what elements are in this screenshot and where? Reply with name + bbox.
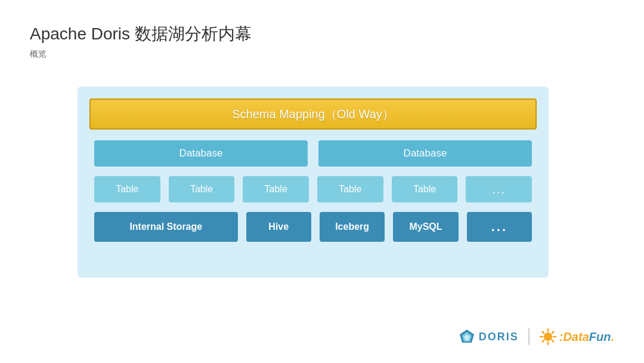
tables-row: Table Table Table Table Table ... — [89, 176, 537, 202]
doris-logo: DORIS — [459, 328, 519, 345]
database-left: Database — [94, 140, 308, 167]
databases-row: Database Database — [89, 140, 537, 167]
doris-icon — [459, 328, 475, 345]
schema-mapping-label: Schema Mapping（Old Way） — [232, 106, 394, 122]
datafun-text: :DataFun. — [559, 330, 614, 344]
table-block-1: Table — [94, 176, 160, 202]
storage-dots: ... — [467, 212, 532, 242]
datafun-icon — [539, 328, 557, 345]
storage-row: Internal Storage Hive Iceberg MySQL ... — [89, 212, 537, 242]
svg-line-9 — [552, 340, 553, 342]
table-block-dots: ... — [466, 176, 532, 202]
storage-mysql: MySQL — [393, 212, 458, 242]
table-block-3: Table — [243, 176, 309, 202]
svg-point-3 — [544, 333, 552, 341]
datafun-logo: :DataFun. — [539, 328, 614, 345]
page-subtitle: 概览 — [30, 49, 47, 60]
page-title: Apache Doris 数据湖分析内幕 — [30, 23, 252, 45]
database-right: Database — [318, 140, 532, 167]
table-block-2: Table — [169, 176, 235, 202]
schema-mapping-bar: Schema Mapping（Old Way） — [89, 99, 537, 130]
logo-area: DORIS :DataFun. — [459, 328, 614, 345]
svg-line-11 — [542, 340, 544, 342]
doris-text: DORIS — [479, 331, 519, 343]
storage-hive: Hive — [246, 212, 311, 242]
svg-line-10 — [552, 332, 553, 334]
table-block-4: Table — [317, 176, 383, 202]
logo-divider — [528, 328, 530, 345]
storage-iceberg: Iceberg — [320, 212, 385, 242]
table-block-5: Table — [392, 176, 458, 202]
storage-internal: Internal Storage — [94, 212, 238, 242]
diagram-container: Schema Mapping（Old Way） Database Databas… — [78, 87, 549, 278]
svg-line-8 — [542, 332, 544, 334]
